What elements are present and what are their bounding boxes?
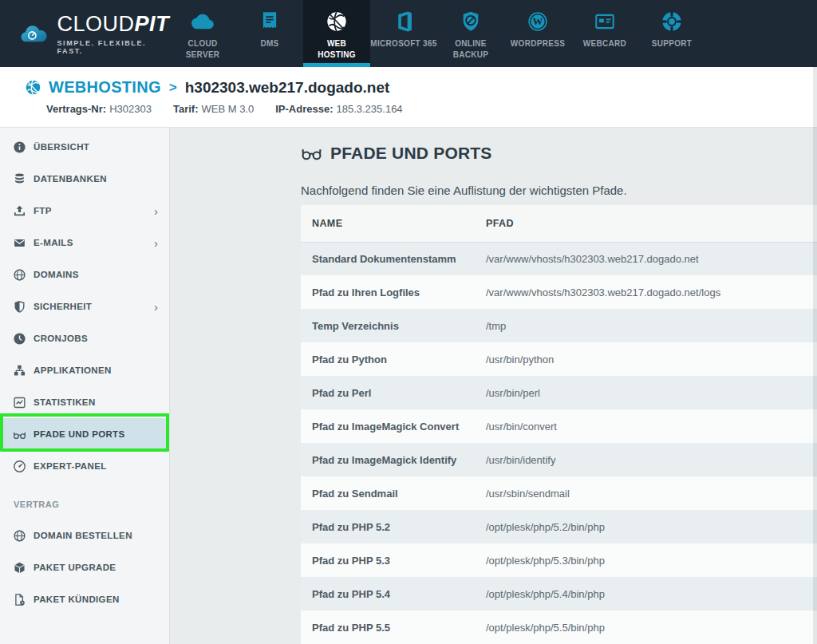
nav-item-label: MICROSOFT 365 (367, 38, 440, 49)
column-header-name: NAME (301, 205, 475, 242)
nav-item[interactable]: CLOUD SERVER (169, 0, 236, 67)
product-nav: CLOUD SERVER DMS WEB HOSTING MICROSOFT 3… (169, 0, 705, 67)
sidebar-item[interactable]: E-MAILS › (0, 227, 169, 259)
sidebar-item-label: DATENBANKEN (34, 174, 107, 184)
path-value-cell: /opt/plesk/php/5.4/bin/php (475, 577, 817, 610)
chevron-right-icon: › (154, 237, 158, 249)
path-value-cell: /opt/plesk/php/5.3/bin/php (475, 543, 817, 577)
nav-item-label: DMS (233, 38, 306, 49)
sidebar-section-label: VERTRAG (14, 500, 169, 509)
meta-value: 185.3.235.164 (336, 103, 402, 115)
package-icon (13, 561, 26, 575)
sidebar: ÜBERSICHT DATENBANKEN FTP › E- (0, 128, 170, 644)
sidebar-item-label: STATISTIKEN (34, 397, 96, 407)
info-icon (13, 140, 26, 154)
receipt-icon (259, 10, 281, 33)
path-value-cell: /tmp (475, 309, 817, 342)
breadcrumb: WEBHOSTING > h302303.web217.dogado.net (25, 78, 817, 97)
sidebar-item-label: ÜBERSICHT (34, 142, 89, 152)
webhosting-globe-icon (25, 79, 41, 96)
path-value-cell: /opt/plesk/php/5.5/bin/php (475, 610, 817, 644)
path-value-cell: /usr/sbin/sendmail (475, 476, 817, 510)
sidebar-item[interactable]: STATISTIKEN (0, 386, 169, 418)
table-row: Pfad zu Sendmail /usr/sbin/sendmail (301, 476, 817, 510)
scrollbar-track[interactable] (813, 67, 817, 644)
nav-item[interactable]: WEBCARD (571, 0, 638, 67)
globe-icon (13, 268, 26, 282)
sidebar-item[interactable]: DOMAIN BESTELLEN (0, 520, 169, 551)
path-value-cell: /opt/plesk/php/5.2/bin/php (475, 510, 817, 543)
breadcrumb-separator: > (169, 80, 177, 96)
cloudpit-cloud-icon (19, 18, 48, 49)
sidebar-item[interactable]: EXPERT-PANEL (0, 450, 169, 482)
path-name-cell: Pfad zu Sendmail (301, 476, 475, 510)
chevron-right-icon: › (154, 205, 158, 217)
webcard-icon (594, 10, 616, 33)
sidebar-item[interactable]: FTP › (0, 195, 169, 227)
path-name-cell: Pfad zu Perl (301, 376, 475, 409)
sidebar-item-label: CRONJOBS (34, 334, 88, 343)
nav-item[interactable]: SUPPORT (638, 0, 705, 67)
table-row: Pfad zu ImageMagick Convert /usr/bin/con… (301, 409, 817, 443)
sidebar-item[interactable]: PAKET UPGRADE (0, 551, 169, 583)
meta-item: IP-Adresse:185.3.235.164 (275, 103, 402, 115)
sidebar-menu: ÜBERSICHT DATENBANKEN FTP › E- (0, 131, 169, 482)
path-name-cell: Pfad zu Ihren Logfiles (301, 275, 475, 309)
table-row: Pfad zu Perl /usr/bin/perl (301, 376, 817, 409)
table-row: Pfad zu ImageMagick Identify /usr/bin/id… (301, 443, 817, 476)
sidebar-contract-menu: DOMAIN BESTELLEN PAKET UPGRADE PAKET KÜN… (0, 520, 169, 615)
path-name-cell: Pfad zu ImageMagick Convert (301, 409, 475, 443)
nav-item[interactable]: ONLINE BACKUP (437, 0, 504, 67)
table-row: Pfad zu PHP 5.3 /opt/plesk/php/5.3/bin/p… (301, 543, 817, 577)
contract-meta: Vertrags-Nr:H302303 Tarif:WEB M 3.0 IP-A… (46, 103, 817, 115)
path-value-cell: /var/www/vhosts/h302303.web217.dogado.ne… (475, 242, 817, 275)
breadcrumb-section-link[interactable]: WEBHOSTING (49, 78, 161, 97)
path-name-cell: Pfad zu Python (301, 342, 475, 376)
glasses-icon (13, 428, 26, 441)
sidebar-item-label: PAKET UPGRADE (34, 563, 116, 572)
path-name-cell: Pfad zu PHP 5.4 (301, 577, 475, 610)
upload-icon (13, 204, 26, 218)
table-header-row: NAME PFAD (301, 205, 817, 242)
table-row: Standard Dokumentenstamm /var/www/vhosts… (301, 242, 817, 275)
table-row: Temp Verzeichnis /tmp (301, 309, 817, 342)
nav-item[interactable]: DMS (236, 0, 303, 67)
brand-logo[interactable]: CLOUDPIT SIMPLE. FLEXIBLE. FAST. (0, 0, 169, 67)
database-icon (13, 172, 26, 186)
sidebar-item[interactable]: ÜBERSICHT (0, 131, 169, 163)
sidebar-item[interactable]: SICHERHEIT › (0, 290, 169, 322)
meta-item: Tarif:WEB M 3.0 (173, 103, 254, 115)
sidebar-item[interactable]: DATENBANKEN (0, 163, 169, 195)
sidebar-item[interactable]: PAKET KÜNDIGEN (0, 583, 169, 615)
path-name-cell: Temp Verzeichnis (301, 309, 475, 342)
sidebar-item-label: FTP (34, 206, 52, 215)
table-row: Pfad zu Python /usr/bin/python (301, 342, 817, 376)
table-row: Pfad zu PHP 5.5 /opt/plesk/php/5.5/bin/p… (301, 610, 817, 644)
path-name-cell: Pfad zu PHP 5.3 (301, 543, 475, 577)
column-header-pfad: PFAD (475, 205, 817, 242)
nav-item-label: WEB HOSTING (300, 38, 373, 61)
sidebar-item-label: E-MAILS (34, 238, 73, 247)
path-value-cell: /usr/bin/convert (475, 409, 817, 443)
shield-badge-icon (460, 10, 482, 33)
sidebar-item[interactable]: DOMAINS (0, 259, 169, 290)
sidebar-item[interactable]: PFADE UND PORTS (0, 418, 169, 450)
path-value-cell: /usr/bin/python (475, 342, 817, 376)
meta-label: IP-Adresse: (275, 103, 333, 115)
chart-icon (13, 396, 26, 409)
office-icon (393, 10, 415, 33)
nav-item[interactable]: MICROSOFT 365 (370, 0, 437, 67)
path-value-cell: /usr/bin/identify (475, 443, 817, 476)
meta-item: Vertrags-Nr:H302303 (46, 103, 152, 115)
brand-tagline: SIMPLE. FLEXIBLE. FAST. (57, 39, 169, 55)
sidebar-item-label: APPLIKATIONEN (34, 365, 112, 375)
nav-item[interactable]: WEB HOSTING (303, 0, 370, 67)
sidebar-item[interactable]: CRONJOBS (0, 322, 169, 354)
page-title-row: PFADE UND PORTS (301, 142, 817, 164)
nav-item[interactable]: WORDPRESS (504, 0, 571, 67)
sphere-icon (326, 10, 348, 33)
breadcrumb-hostname: h302303.web217.dogado.net (185, 79, 390, 97)
breadcrumb-bar: WEBHOSTING > h302303.web217.dogado.net V… (0, 67, 817, 128)
sidebar-item[interactable]: APPLIKATIONEN (0, 354, 169, 386)
brand-name-regular: CLOUD (57, 12, 134, 36)
